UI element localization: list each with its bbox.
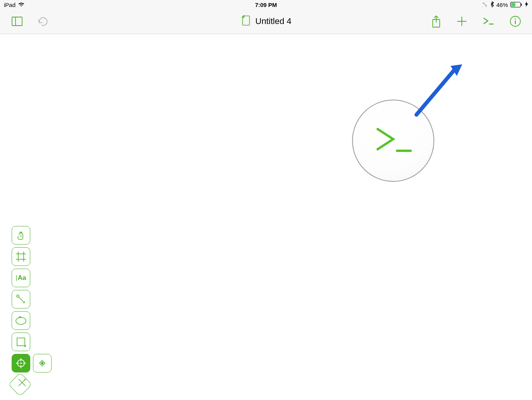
do-not-disturb-icon [482, 2, 488, 8]
svg-point-11 [515, 18, 516, 19]
svg-rect-25 [17, 338, 25, 346]
text-tool[interactable]: | Aa [12, 269, 30, 287]
status-left: iPad [4, 2, 25, 8]
battery-icon [510, 2, 523, 7]
tool-palette: | Aa [12, 226, 52, 393]
document-icon [241, 15, 252, 28]
info-button[interactable] [510, 16, 521, 27]
toolbar: Untitled 4 [0, 9, 532, 34]
text-tool-label-cursor: | [16, 274, 17, 281]
status-bar: iPad 7:09 PM 46% [0, 0, 532, 9]
callout-magnifier [352, 100, 434, 182]
rectangle-tool[interactable] [12, 333, 30, 351]
bluetooth-icon [490, 1, 494, 9]
pen-tool[interactable] [8, 372, 32, 397]
crosshair-tool[interactable] [12, 354, 30, 372]
selection-tool[interactable] [12, 226, 30, 245]
svg-rect-33 [41, 362, 43, 364]
undo-button[interactable] [37, 16, 50, 27]
diamond-tool[interactable] [33, 354, 52, 372]
svg-line-15 [416, 70, 454, 115]
crop-tool[interactable] [12, 247, 30, 266]
wifi-icon [18, 2, 25, 8]
text-tool-label: Aa [18, 274, 26, 282]
console-icon-large [372, 125, 415, 156]
battery-percent: 46% [496, 2, 508, 8]
status-right: 46% [482, 1, 528, 9]
svg-point-31 [20, 362, 22, 364]
status-time: 7:09 PM [255, 2, 277, 8]
share-button[interactable] [431, 15, 441, 28]
line-tool[interactable] [12, 290, 30, 309]
svg-rect-2 [521, 3, 522, 6]
document-title: Untitled 4 [256, 16, 292, 26]
device-name: iPad [4, 2, 16, 8]
sidebar-toggle-button[interactable] [11, 15, 23, 28]
ellipse-tool[interactable] [12, 311, 30, 330]
add-button[interactable] [456, 16, 468, 27]
svg-rect-3 [12, 17, 22, 26]
console-button[interactable] [482, 17, 495, 26]
svg-line-23 [19, 297, 24, 302]
svg-marker-16 [451, 64, 462, 76]
svg-rect-1 [511, 3, 515, 7]
charging-icon [525, 2, 528, 8]
canvas[interactable]: | Aa [0, 34, 532, 400]
document-title-area[interactable]: Untitled 4 [241, 15, 292, 28]
svg-point-24 [16, 317, 26, 324]
